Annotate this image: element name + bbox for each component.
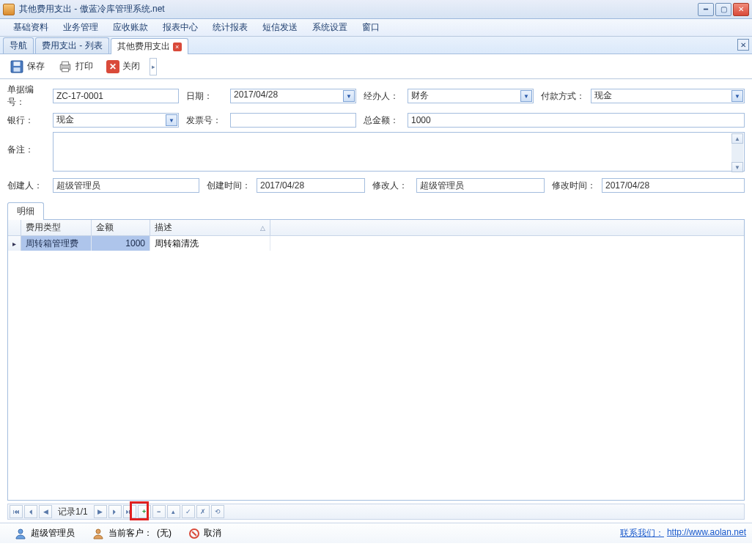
menubar: 基础资料 业务管理 应收账款 报表中心 统计报表 短信发送 系统设置 窗口: [0, 19, 752, 37]
grid-header: 费用类型 金额 描述△: [8, 220, 744, 236]
cell-amount[interactable]: 1000: [92, 236, 150, 251]
nav-last-button[interactable]: ⏭: [123, 505, 136, 518]
tab-expense-list-label: 费用支出 - 列表: [42, 40, 103, 52]
close-label: 关闭: [122, 60, 140, 73]
client-icon: [92, 528, 104, 539]
app-icon: [3, 4, 15, 15]
menu-receivable[interactable]: 应收账款: [106, 19, 155, 36]
status-client-value: (无): [157, 527, 172, 539]
user-icon: [15, 528, 26, 539]
order-no-label: 单据编号：: [7, 84, 53, 108]
pay-method-label: 付款方式：: [541, 90, 591, 103]
titlebar: 其他费用支出 - 傲蓝冷库管理系统.net ━ ▢ ✕: [0, 0, 752, 19]
pay-method-select[interactable]: 现金 ▼: [591, 89, 745, 103]
total-input[interactable]: [408, 113, 745, 128]
tab-close-icon[interactable]: ×: [173, 43, 182, 51]
invoice-input[interactable]: [230, 113, 356, 128]
dropdown-icon[interactable]: ▼: [520, 90, 532, 102]
toolbar-overflow-button[interactable]: ▸: [150, 58, 157, 75]
toolbar: 保存 打印 ✕ 关闭 ▸: [0, 54, 752, 79]
svg-rect-1: [14, 62, 21, 66]
tab-other-expense[interactable]: 其他费用支出 ×: [111, 38, 188, 54]
menu-business[interactable]: 业务管理: [56, 19, 106, 36]
tabstrip-close-button[interactable]: ✕: [737, 39, 749, 51]
contact-url: http://www.aolan.net: [667, 527, 746, 539]
close-icon: ✕: [106, 60, 119, 73]
date-label: 日期：: [186, 90, 230, 103]
nav-first-button[interactable]: ⏮: [10, 505, 23, 518]
menu-basic-data[interactable]: 基础资料: [6, 19, 56, 36]
tab-navigation-label: 导航: [10, 40, 27, 52]
nav-edit-button[interactable]: ▴: [167, 505, 180, 518]
tab-other-expense-label: 其他费用支出: [117, 40, 170, 53]
menu-report-center[interactable]: 报表中心: [155, 19, 205, 36]
statusbar: 超级管理员 当前客户： (无) 取消 联系我们： http://www.aola…: [0, 523, 752, 543]
nav-next-button[interactable]: ▶: [94, 505, 107, 518]
dropdown-icon[interactable]: ▼: [166, 114, 177, 126]
menu-stats[interactable]: 统计报表: [205, 19, 255, 36]
bank-value: 现金: [56, 114, 74, 125]
nav-cancel-button[interactable]: ✗: [196, 505, 210, 518]
save-label: 保存: [27, 60, 45, 73]
tab-expense-list[interactable]: 费用支出 - 列表: [35, 37, 109, 54]
creator-label: 创建人：: [7, 180, 53, 192]
dropdown-icon[interactable]: ▼: [731, 90, 743, 102]
col-amount[interactable]: 金额: [92, 220, 150, 235]
maximize-button[interactable]: ▢: [715, 3, 731, 16]
modifier-field: [416, 178, 545, 193]
modify-time-label: 修改时间：: [552, 180, 602, 192]
menu-system[interactable]: 系统设置: [305, 19, 355, 36]
svg-rect-5: [62, 68, 69, 72]
cell-type[interactable]: 周转箱管理费: [21, 236, 92, 251]
nav-commit-button[interactable]: ✓: [182, 505, 195, 518]
print-button[interactable]: 打印: [53, 56, 98, 77]
sort-icon: △: [260, 224, 265, 232]
remark-textarea[interactable]: [53, 132, 745, 172]
status-client-label: 当前客户：: [108, 527, 152, 539]
bank-select[interactable]: 现金 ▼: [53, 113, 179, 128]
svg-point-7: [96, 529, 100, 534]
svg-point-6: [18, 529, 23, 534]
nav-refresh-button[interactable]: ⟲: [211, 505, 224, 518]
detail-grid: 费用类型 金额 描述△ ▸ 周转箱管理费 1000 周转箱清洗: [7, 219, 745, 501]
modify-time-field: [602, 178, 745, 193]
record-navigator: ⏮ ⏴ ◀ 记录1/1 ▶ ⏵ ⏭ + − ▴ ✓ ✗ ⟲: [7, 504, 745, 520]
order-no-input[interactable]: [53, 89, 179, 103]
invoice-label: 发票号：: [186, 114, 230, 127]
create-time-field: [257, 178, 365, 193]
nav-prev-page-button[interactable]: ⏴: [24, 505, 37, 518]
menu-window[interactable]: 窗口: [355, 19, 387, 36]
contact-label: 联系我们：: [620, 527, 664, 539]
nav-delete-button[interactable]: −: [152, 505, 166, 518]
nav-add-button[interactable]: +: [138, 505, 151, 518]
col-desc[interactable]: 描述△: [150, 220, 270, 235]
close-button[interactable]: ✕ 关闭: [101, 57, 145, 76]
nav-record-label: 记录1/1: [54, 506, 92, 518]
status-cancel-button[interactable]: 取消: [180, 527, 230, 539]
row-indicator-header: [8, 220, 21, 235]
handler-label: 经办人：: [364, 90, 408, 103]
table-row[interactable]: ▸ 周转箱管理费 1000 周转箱清洗: [8, 236, 744, 251]
remark-label: 备注：: [7, 132, 53, 156]
detail-tab[interactable]: 明细: [7, 202, 44, 220]
col-expense-type[interactable]: 费用类型: [21, 220, 92, 235]
minimize-button[interactable]: ━: [698, 3, 714, 16]
print-label: 打印: [75, 60, 93, 73]
handler-select[interactable]: 财务 ▼: [408, 89, 534, 103]
handler-value: 财务: [411, 90, 429, 100]
cancel-icon: [189, 528, 199, 539]
cell-desc[interactable]: 周转箱清洗: [150, 236, 270, 251]
close-window-button[interactable]: ✕: [733, 3, 749, 16]
form-area: 单据编号： 日期： 2017/04/28 ▼ 经办人： 财务 ▼ 付款方式： 现…: [0, 79, 752, 202]
nav-next-page-button[interactable]: ⏵: [108, 505, 122, 518]
date-input[interactable]: 2017/04/28 ▼: [230, 89, 356, 103]
textarea-scrollbar[interactable]: ▲▼: [731, 133, 743, 172]
dropdown-icon[interactable]: ▼: [343, 90, 355, 102]
svg-rect-2: [14, 67, 21, 72]
menu-sms[interactable]: 短信发送: [255, 19, 305, 36]
contact-link[interactable]: 联系我们： http://www.aolan.net: [620, 527, 746, 539]
window-title: 其他费用支出 - 傲蓝冷库管理系统.net: [19, 3, 698, 15]
tab-navigation[interactable]: 导航: [3, 37, 34, 54]
nav-prev-button[interactable]: ◀: [39, 505, 52, 518]
save-button[interactable]: 保存: [4, 56, 50, 77]
